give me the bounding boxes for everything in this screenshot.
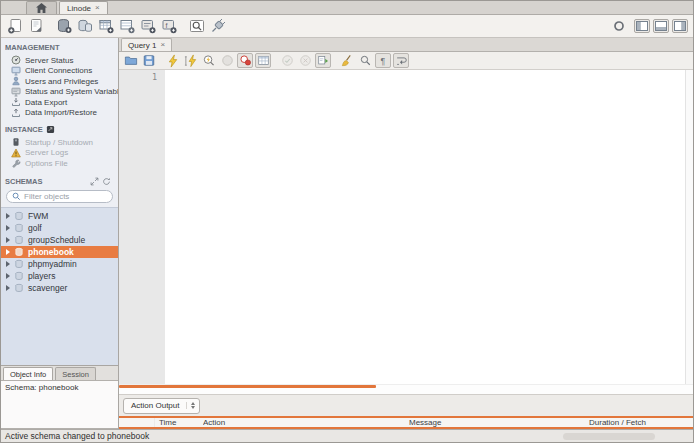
chevron-right-icon[interactable]: [6, 249, 10, 255]
schema-filter-box[interactable]: [6, 190, 113, 203]
sidebar-item-system-variables[interactable]: Status and System Variables: [1, 87, 118, 98]
column-header-time[interactable]: Time: [155, 418, 203, 427]
tab-session[interactable]: Session: [55, 367, 96, 380]
toggle-right-sidebar-icon[interactable]: [672, 19, 688, 33]
create-table-icon[interactable]: [97, 17, 115, 35]
new-query-tab-icon[interactable]: [6, 17, 24, 35]
schemas-header: SCHEMAS: [1, 171, 118, 189]
execute-script-icon[interactable]: [165, 53, 181, 68]
sidebar-item-data-import[interactable]: Data Import/Restore: [1, 108, 118, 119]
instance-section: INSTANCE Startup / Shutdown Server Logs …: [1, 120, 118, 171]
editor-vertical-scrollbar[interactable]: [685, 70, 693, 384]
sidebar-item-server-logs[interactable]: Server Logs: [1, 148, 118, 159]
rollback-icon[interactable]: [297, 53, 313, 68]
schema-row-phpmyadmin[interactable]: phpmyadmin: [1, 258, 118, 270]
refresh-icon[interactable]: [102, 177, 111, 186]
create-view-icon[interactable]: [118, 17, 136, 35]
tab-query-1[interactable]: Query 1 ×: [121, 38, 172, 51]
options-file-icon: [11, 158, 21, 168]
sidebar-item-users-privileges[interactable]: Users and Privileges: [1, 76, 118, 87]
close-icon[interactable]: ×: [160, 41, 165, 49]
reconnect-dbms-icon[interactable]: [209, 17, 227, 35]
show-invisibles-icon[interactable]: ¶: [375, 53, 391, 68]
schema-row-phonebook[interactable]: phonebook: [1, 246, 118, 258]
editor-toolbar: ¶: [119, 52, 693, 70]
sql-editor-area: Query 1 ×: [119, 38, 693, 429]
tab-object-info[interactable]: Object Info: [3, 367, 53, 380]
create-function-icon[interactable]: f: [160, 17, 178, 35]
schema-icon: [14, 223, 24, 233]
toggle-wrap-icon[interactable]: [393, 53, 409, 68]
close-icon[interactable]: ×: [95, 4, 100, 12]
schema-icon: [14, 211, 24, 221]
column-header-action[interactable]: Action: [203, 418, 409, 427]
query-tab-bar: Query 1 ×: [119, 38, 693, 52]
users-icon: [11, 76, 21, 86]
create-schema-icon[interactable]: [55, 17, 73, 35]
scrollbar-thumb[interactable]: [119, 385, 376, 388]
schema-row-groupschedule[interactable]: groupSchedule: [1, 234, 118, 246]
management-section: MANAGEMENT Server Status Client Connecti…: [1, 38, 118, 120]
output-table-header: Time Action Message Duration / Fetch: [119, 416, 693, 429]
chevron-right-icon[interactable]: [6, 285, 10, 291]
open-sql-script-icon[interactable]: [27, 17, 45, 35]
schema-icon: [14, 271, 24, 281]
client-connections-icon: [11, 66, 21, 76]
schema-filter-row: [1, 189, 118, 207]
home-tab[interactable]: [26, 1, 57, 14]
chevron-right-icon[interactable]: [6, 273, 10, 279]
server-status-icon: [11, 55, 21, 65]
chevron-right-icon[interactable]: [6, 213, 10, 219]
schema-row-golf[interactable]: golf: [1, 222, 118, 234]
search-table-data-icon[interactable]: [188, 17, 206, 35]
spinner-icon[interactable]: [186, 402, 195, 409]
execute-current-statement-icon[interactable]: [183, 53, 199, 68]
schema-icon: [14, 247, 24, 257]
editor-horizontal-scrollbar[interactable]: [119, 384, 693, 394]
sidebar-item-client-connections[interactable]: Client Connections: [1, 66, 118, 77]
chevron-right-icon[interactable]: [6, 225, 10, 231]
expand-icon[interactable]: [90, 177, 99, 186]
instance-header: INSTANCE: [1, 123, 118, 137]
connection-tab-label: Linode: [67, 4, 91, 13]
sidebar-item-options-file[interactable]: Options File: [1, 158, 118, 169]
status-message: Active schema changed to phonebook: [5, 431, 149, 441]
object-info-panel: Schema: phonebook: [1, 380, 118, 429]
navigator-sidebar: MANAGEMENT Server Status Client Connecti…: [1, 38, 119, 429]
toggle-bottom-panel-icon[interactable]: [653, 19, 669, 33]
svg-text:¶: ¶: [380, 56, 385, 66]
limit-rows-icon[interactable]: [255, 53, 271, 68]
line-number-gutter: 1: [119, 70, 165, 384]
save-script-icon[interactable]: [141, 53, 157, 68]
main-toolbar: f: [1, 15, 693, 38]
explain-plan-icon[interactable]: [201, 53, 217, 68]
schema-inspector-icon[interactable]: [76, 17, 94, 35]
sidebar-item-startup-shutdown[interactable]: Startup / Shutdown: [1, 137, 118, 148]
sidebar-bottom-tabs: Object Info Session: [1, 365, 118, 380]
startup-shutdown-icon: [11, 137, 21, 147]
code-area[interactable]: [165, 70, 685, 384]
cleanup-sql-icon[interactable]: [339, 53, 355, 68]
sidebar-item-data-export[interactable]: Data Export: [1, 97, 118, 108]
schema-row-fwm[interactable]: FWM: [1, 210, 118, 222]
toggle-autocommit-icon[interactable]: [315, 53, 331, 68]
sql-code-editor[interactable]: 1: [119, 70, 693, 384]
chevron-right-icon[interactable]: [6, 237, 10, 243]
stop-execution-icon[interactable]: [219, 53, 235, 68]
create-procedure-icon[interactable]: [139, 17, 157, 35]
toggle-left-sidebar-icon[interactable]: [634, 19, 650, 33]
gear-icon[interactable]: [610, 17, 628, 35]
commit-icon[interactable]: [279, 53, 295, 68]
open-script-icon[interactable]: [123, 53, 139, 68]
chevron-right-icon[interactable]: [6, 261, 10, 267]
column-header-duration-fetch[interactable]: Duration / Fetch: [589, 418, 693, 427]
output-selector[interactable]: Action Output: [123, 398, 200, 414]
toggle-stop-on-error-icon[interactable]: [237, 53, 253, 68]
schema-row-scavenger[interactable]: scavenger: [1, 282, 118, 294]
schema-row-players[interactable]: players: [1, 270, 118, 282]
column-header-message[interactable]: Message: [409, 418, 589, 427]
schema-filter-input[interactable]: [24, 192, 107, 201]
connection-tab-linode[interactable]: Linode ×: [59, 1, 108, 14]
find-icon[interactable]: [357, 53, 373, 68]
sidebar-item-server-status[interactable]: Server Status: [1, 55, 118, 66]
